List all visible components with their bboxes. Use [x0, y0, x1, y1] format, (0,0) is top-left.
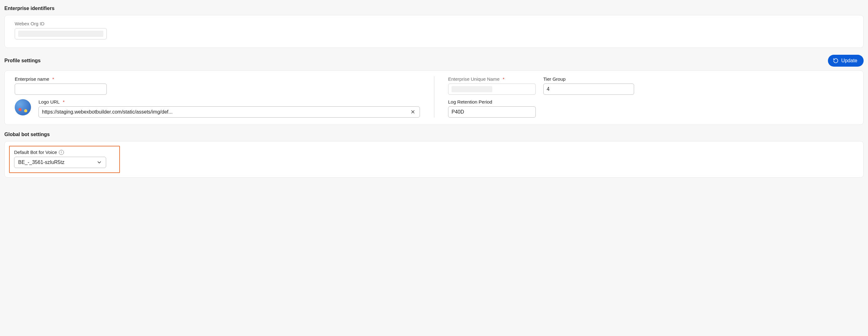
- clear-icon[interactable]: ✕: [409, 108, 416, 115]
- input-logo-url[interactable]: https://staging.webexbotbuilder.com/stat…: [38, 106, 420, 117]
- select-default-bot-voice-value: BE_-_3561-szIuR5tz: [18, 160, 64, 165]
- label-enterprise-name: Enterprise name *: [15, 76, 107, 82]
- redacted-value: [452, 86, 492, 92]
- card-enterprise-identifiers: Webex Org ID: [4, 15, 864, 48]
- label-logo-url: Logo URL *: [38, 99, 420, 104]
- required-asterisk: *: [503, 76, 504, 82]
- chevron-down-icon: [96, 160, 102, 165]
- field-logo-url: Logo URL * https://staging.webexbotbuild…: [38, 99, 420, 117]
- input-log-retention[interactable]: [448, 106, 536, 117]
- select-default-bot-voice[interactable]: BE_-_3561-szIuR5tz: [14, 157, 106, 168]
- enterprise-name-field[interactable]: [18, 84, 103, 95]
- input-webex-org-id[interactable]: [15, 28, 107, 39]
- label-log-retention: Log Retention Period: [448, 99, 536, 104]
- divider-vertical: [434, 76, 434, 117]
- logo-avatar: [15, 99, 31, 115]
- section-title-global-bot-settings: Global bot settings: [4, 132, 864, 137]
- label-default-bot-voice-text: Default Bot for Voice: [14, 149, 57, 155]
- input-tier-group[interactable]: [543, 83, 634, 95]
- label-default-bot-voice: Default Bot for Voice i: [14, 149, 115, 155]
- update-button-label: Update: [841, 58, 857, 64]
- section-title-profile-settings: Profile settings: [4, 58, 41, 64]
- card-global-bot-settings: Default Bot for Voice i BE_-_3561-szIuR5…: [4, 141, 864, 178]
- tier-group-field[interactable]: [547, 84, 631, 95]
- update-button[interactable]: Update: [828, 55, 864, 67]
- card-profile-settings: Enterprise name * Logo URL * htt: [4, 70, 864, 125]
- field-webex-org-id: Webex Org ID: [15, 21, 107, 39]
- label-webex-org-id: Webex Org ID: [15, 21, 107, 26]
- input-enterprise-name[interactable]: [15, 83, 107, 95]
- profile-right-column: Enterprise Unique Name * Tier Group L: [448, 76, 853, 117]
- label-enterprise-unique-name: Enterprise Unique Name *: [448, 76, 536, 82]
- log-retention-field[interactable]: [452, 107, 532, 117]
- required-asterisk: *: [52, 76, 54, 82]
- refresh-icon: [833, 58, 839, 64]
- field-log-retention: Log Retention Period: [448, 99, 536, 117]
- field-enterprise-unique-name: Enterprise Unique Name *: [448, 76, 536, 95]
- required-asterisk: *: [63, 99, 65, 104]
- section-title-enterprise-identifiers: Enterprise identifiers: [4, 6, 864, 11]
- label-enterprise-name-text: Enterprise name: [15, 76, 49, 82]
- highlight-default-bot-voice: Default Bot for Voice i BE_-_3561-szIuR5…: [9, 146, 120, 173]
- field-tier-group: Tier Group: [543, 76, 634, 95]
- label-enterprise-unique-name-text: Enterprise Unique Name: [448, 76, 499, 82]
- label-tier-group: Tier Group: [543, 76, 634, 82]
- info-icon[interactable]: i: [59, 150, 64, 155]
- label-logo-url-text: Logo URL: [38, 99, 60, 104]
- redacted-value: [18, 31, 103, 37]
- logo-url-value: https://staging.webexbotbuilder.com/stat…: [42, 109, 409, 115]
- profile-left-column: Enterprise name * Logo URL * htt: [15, 76, 420, 117]
- input-enterprise-unique-name[interactable]: [448, 83, 536, 95]
- section-header-profile-settings: Profile settings Update: [4, 55, 864, 67]
- field-enterprise-name: Enterprise name *: [15, 76, 107, 95]
